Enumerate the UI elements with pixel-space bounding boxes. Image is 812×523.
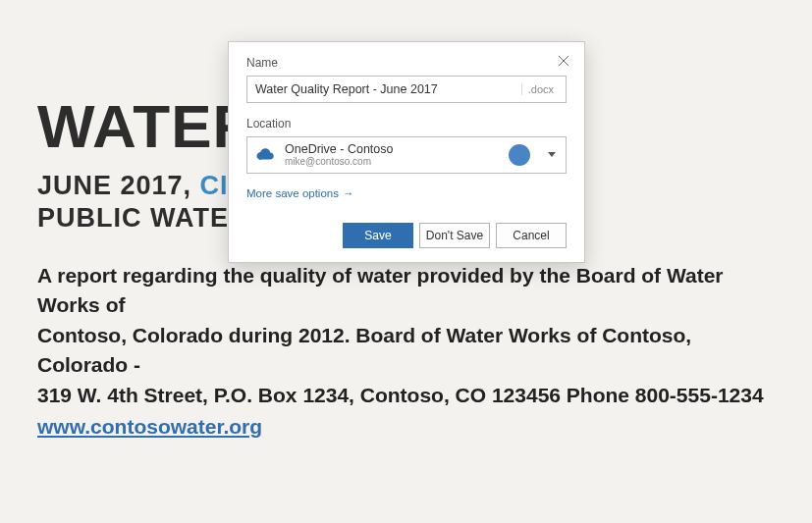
- chevron-down-icon: [548, 152, 556, 157]
- more-save-options-link[interactable]: More save options →: [246, 187, 353, 199]
- filename-row: .docx: [246, 76, 567, 103]
- cancel-button[interactable]: Cancel: [496, 223, 567, 248]
- dont-save-button[interactable]: Don't Save: [419, 223, 490, 248]
- location-label: Location: [246, 117, 567, 131]
- location-name: OneDrive - Contoso: [285, 143, 393, 157]
- location-email: mike@contoso.com: [285, 156, 393, 167]
- location-dropdown[interactable]: OneDrive - Contoso mike@contoso.com: [246, 136, 567, 174]
- close-icon[interactable]: [553, 50, 574, 72]
- onedrive-icon: [255, 148, 277, 162]
- save-dialog: Name .docx Location OneDrive - Contoso m…: [228, 41, 585, 263]
- document-link[interactable]: www.contosowater.org: [37, 412, 262, 442]
- file-extension[interactable]: .docx: [521, 83, 566, 95]
- arrow-right-icon: →: [343, 187, 354, 199]
- document-body: A report regarding the quality of water …: [37, 261, 784, 443]
- save-button[interactable]: Save: [343, 223, 413, 248]
- dialog-buttons: Save Don't Save Cancel: [246, 223, 567, 248]
- loading-spinner-icon: [509, 144, 530, 166]
- filename-input[interactable]: [247, 82, 521, 96]
- name-label: Name: [246, 56, 567, 70]
